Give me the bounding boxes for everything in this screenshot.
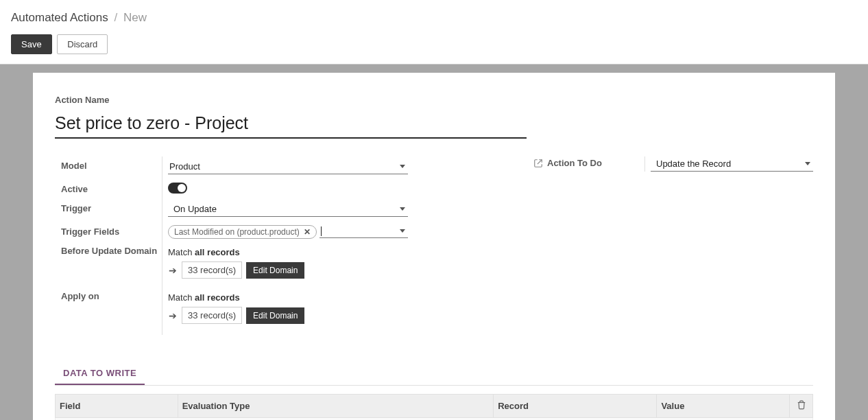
before-update-domain-label: Before Update Domain: [61, 246, 162, 256]
chevron-down-icon: [805, 162, 810, 165]
trash-icon[interactable]: [797, 400, 806, 410]
external-link-icon[interactable]: [533, 159, 543, 168]
discard-button[interactable]: Discard: [57, 34, 108, 54]
add-a-line[interactable]: Add a line: [56, 418, 813, 421]
table-header-row: Field Evaluation Type Record Value: [56, 395, 813, 418]
trigger-select[interactable]: On Update: [168, 202, 408, 217]
model-value: Product: [169, 161, 200, 172]
model-row: Model Product: [168, 156, 525, 180]
trigger-fields-input[interactable]: [320, 226, 408, 238]
tabs: DATA TO WRITE: [55, 362, 813, 386]
trigger-fields-row: Trigger Fields Last Modified on (product…: [168, 222, 525, 244]
match-bold: all records: [195, 247, 240, 257]
tag-text: Last Modified on (product.product): [174, 227, 300, 237]
content-area: Action Name Model Product Active: [0, 65, 868, 420]
col-field[interactable]: Field: [56, 395, 178, 418]
form-card: Action Name Model Product Active: [33, 73, 835, 420]
action-name-field: Action Name: [55, 95, 813, 156]
data-to-write-table: Field Evaluation Type Record Value Add a…: [55, 394, 813, 420]
breadcrumb-separator: /: [114, 11, 118, 24]
trigger-field-tag[interactable]: Last Modified on (product.product) ✕: [168, 225, 317, 239]
model-label: Model: [61, 161, 162, 171]
chevron-down-icon: [400, 229, 405, 233]
apply-on-match: Match all records: [168, 292, 525, 303]
before-domain-widgets: ➔ 33 record(s) Edit Domain: [168, 261, 525, 279]
trigger-fields-label: Trigger Fields: [61, 226, 162, 237]
save-button[interactable]: Save: [11, 34, 52, 54]
tab-data-to-write[interactable]: DATA TO WRITE: [55, 362, 145, 385]
trigger-value: On Update: [173, 204, 217, 214]
tag-remove-icon[interactable]: ✕: [304, 227, 311, 237]
page-header: Automated Actions / New Save Discard: [0, 0, 868, 65]
action-to-do-label-wrap: Action To Do: [533, 156, 636, 168]
before-records-count[interactable]: 33 record(s): [182, 261, 242, 279]
edit-domain-button[interactable]: Edit Domain: [246, 307, 304, 324]
active-row: Active: [168, 180, 525, 199]
action-to-do-select[interactable]: Update the Record: [651, 156, 813, 172]
active-label: Active: [61, 184, 162, 194]
table-row-addline: Add a line: [56, 418, 813, 421]
match-prefix: Match: [168, 292, 195, 303]
toggle-knob: [178, 184, 186, 192]
apply-on-records-count[interactable]: 33 record(s): [182, 307, 242, 324]
arrow-right-icon: ➔: [168, 265, 178, 276]
before-update-domain-row: Before Update Domain Match all records ➔…: [168, 244, 525, 290]
left-column: Model Product Active Trigger On Updat: [162, 156, 525, 335]
col-actions: [790, 395, 813, 418]
breadcrumb-current: New: [123, 11, 147, 24]
action-to-do-select-wrap: Update the Record: [644, 156, 813, 172]
apply-on-row: Apply on Match all records ➔ 33 record(s…: [168, 290, 525, 335]
col-record[interactable]: Record: [494, 395, 657, 418]
action-name-label: Action Name: [55, 95, 813, 105]
action-to-do-label: Action To Do: [547, 158, 602, 168]
text-cursor: [321, 226, 322, 236]
chevron-down-icon: [400, 165, 405, 168]
col-value[interactable]: Value: [657, 395, 790, 418]
header-actions: Save Discard: [11, 34, 857, 54]
model-select[interactable]: Product: [168, 159, 408, 174]
trigger-fields-control[interactable]: Last Modified on (product.product) ✕: [168, 225, 408, 239]
chevron-down-icon: [400, 207, 405, 211]
active-toggle[interactable]: [168, 183, 187, 194]
action-name-input[interactable]: [55, 109, 527, 139]
match-prefix: Match: [168, 247, 195, 257]
form-columns: Model Product Active Trigger On Updat: [55, 156, 813, 335]
breadcrumb-root[interactable]: Automated Actions: [11, 11, 108, 24]
apply-on-widgets: ➔ 33 record(s) Edit Domain: [168, 307, 525, 324]
arrow-right-icon: ➔: [168, 310, 178, 321]
action-to-do-value: Update the Record: [656, 159, 731, 169]
apply-on-label: Apply on: [61, 291, 162, 301]
trigger-row: Trigger On Update: [168, 199, 525, 222]
trigger-label: Trigger: [61, 203, 162, 213]
breadcrumb: Automated Actions / New: [11, 11, 857, 25]
edit-domain-button[interactable]: Edit Domain: [246, 262, 304, 279]
right-column: Action To Do Update the Record: [533, 156, 813, 335]
match-bold: all records: [195, 292, 240, 303]
before-domain-match: Match all records: [168, 247, 525, 257]
col-evaluation-type[interactable]: Evaluation Type: [178, 395, 494, 418]
